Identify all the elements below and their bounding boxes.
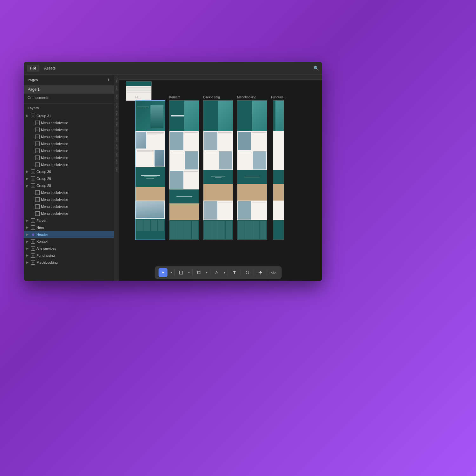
layer-label: Menu beskrivelse (41, 198, 111, 202)
svg-point-8 (260, 272, 261, 273)
layer-group-28[interactable]: ▶ □ Group 28 (24, 182, 114, 189)
svg-rect-0 (180, 271, 183, 274)
pen-tool[interactable] (212, 268, 221, 277)
layer-label: Menu beskrivelse (41, 142, 111, 146)
top-bar: File Assets 🔍 (24, 62, 322, 75)
layer-menu-8[interactable]: □ Menu beskrivelse (24, 189, 114, 196)
expand-arrow: ▶ (26, 261, 30, 264)
bottom-toolbar: ▼ ▼ ▼ (155, 266, 282, 279)
frame-label-5: Fundrais... (271, 96, 286, 99)
svg-point-7 (246, 271, 249, 274)
layer-menu-9[interactable]: □ Menu beskrivelse (24, 196, 114, 203)
frame-wrapper-5: Fundrais... (271, 96, 286, 240)
tab-assets[interactable]: Assets (41, 65, 59, 72)
layer-label: Group 29 (36, 177, 111, 181)
main-content: Pages + Page 1 Components Layers ▶ □ Gro… (24, 75, 322, 281)
ruler-mark: 2000 (116, 129, 118, 135)
layer-label: Menu beskrivelse (41, 135, 111, 139)
svg-point-10 (261, 272, 262, 273)
frame-preview-4[interactable] (237, 100, 267, 240)
frame-label-1: Fr... (135, 96, 141, 99)
frame-inner-4 (237, 101, 267, 240)
code-tool[interactable]: </> (269, 268, 278, 277)
section-1 (136, 131, 165, 149)
grid-icon: ⊞ (31, 260, 35, 265)
layer-menu-4[interactable]: □ Menu beskrivelse (24, 140, 114, 147)
layer-fundraising[interactable]: ▶ ⊞ Fundraising (24, 252, 114, 259)
frame-preview-3[interactable] (203, 100, 233, 240)
components-tool[interactable] (256, 268, 265, 277)
layer-label: Fundraising (36, 254, 111, 257)
layers-header: Layers (24, 103, 114, 112)
layer-menu-10[interactable]: □ Menu beskrivelse (24, 203, 114, 210)
layer-menu-7[interactable]: □ Menu beskrivelse (24, 161, 114, 168)
layer-group-31[interactable]: ▶ □ Group 31 (24, 112, 114, 119)
tab-file[interactable]: File (27, 65, 39, 72)
group-icon: □ (31, 114, 35, 118)
group-icon: □ (31, 183, 35, 188)
layer-farver[interactable]: ▶ □ Farver (24, 217, 114, 224)
shape-tool[interactable] (195, 268, 203, 277)
layer-label: Menu beskrivelse (41, 121, 111, 125)
frame-label-3: Direkte salg (203, 96, 220, 99)
layer-menu-5[interactable]: □ Menu beskrivelse (24, 147, 114, 154)
layer-menu-2[interactable]: □ Menu beskrivelse (24, 126, 114, 133)
expand-arrow: ▶ (26, 240, 30, 243)
thumb-line (127, 87, 151, 88)
layer-menu-3[interactable]: □ Menu beskrivelse (24, 133, 114, 140)
select-tool[interactable] (158, 268, 167, 277)
layer-alle-services[interactable]: ▶ ⊞ Alle services (24, 245, 114, 252)
layer-header[interactable]: ▶ ⊕ Header (24, 231, 114, 238)
toolbar-separator-3 (210, 269, 210, 276)
frame-tool[interactable] (177, 268, 186, 277)
frame-preview-2[interactable] (169, 100, 199, 240)
layer-label: Mødebooking (36, 261, 111, 264)
ruler-mark: 4000 (116, 144, 118, 149)
svg-point-9 (259, 272, 260, 273)
canvas-content: Fr... ◀ (119, 80, 322, 268)
layer-menu-11[interactable]: □ Menu beskrivelse (24, 210, 114, 217)
thumb-line (127, 89, 151, 89)
shape-tool-arrow: ▼ (205, 271, 208, 274)
frame-preview-5[interactable] (273, 100, 284, 240)
component-icon: ⊕ (31, 232, 35, 237)
layer-label: Menu beskrivelse (41, 156, 111, 160)
expand-arrow: ▶ (26, 247, 30, 250)
frame-wrapper-4: Mødebooking (237, 96, 267, 240)
ruler-mark: -1000 (116, 110, 118, 116)
frame-inner-3 (203, 101, 233, 240)
components-page-item[interactable]: Components (24, 94, 114, 102)
layer-label: Menu beskrivelse (41, 205, 111, 208)
layer-hero[interactable]: ▶ □ Hero (24, 224, 114, 231)
layer-kontakt[interactable]: ▶ ⊞ Kontakt (24, 238, 114, 245)
ruler-left: -5000 -4000 -3000 -2000 -1000 0 1000 200… (114, 75, 119, 281)
layer-group-30[interactable]: ▶ □ Group 30 (24, 168, 114, 175)
frame-label-4: Mødebooking (237, 96, 256, 99)
canvas-area[interactable]: -5000 -4000 -3000 -2000 -1000 0 1000 200… (114, 75, 322, 281)
toolbar-separator-1 (175, 269, 175, 276)
frame-icon: □ (35, 211, 40, 216)
teal-section (136, 167, 165, 187)
frame-tool-arrow: ▼ (188, 271, 190, 274)
ruler-mark: 5000 (116, 152, 118, 157)
add-page-button[interactable]: + (107, 77, 110, 83)
layer-menu-1[interactable]: □ Menu beskrivelse (24, 119, 114, 126)
layer-modebooking[interactable]: ▶ ⊞ Mødebooking (24, 259, 114, 266)
page-1-item[interactable]: Page 1 (24, 85, 114, 94)
frame-inner-2 (169, 101, 199, 240)
text-tool[interactable]: T (230, 268, 239, 277)
frame-label-2: Karriere (169, 96, 181, 99)
layer-group-29[interactable]: ▶ □ Group 29 (24, 175, 114, 182)
svg-point-12 (260, 274, 261, 274)
frame-icon: □ (35, 142, 40, 146)
pen-tool-arrow: ▼ (223, 271, 226, 274)
frame-preview-1[interactable]: ◀ (135, 100, 165, 240)
group-icon: □ (31, 169, 35, 174)
layer-menu-6[interactable]: □ Menu beskrivelse (24, 154, 114, 161)
ellipse-tool[interactable] (243, 268, 252, 277)
ruler-mark: 6000 (116, 159, 118, 164)
search-icon[interactable]: 🔍 (314, 66, 319, 71)
frame-icon: □ (31, 218, 35, 223)
layer-label: Menu beskrivelse (41, 191, 111, 195)
frame-icon: □ (31, 225, 35, 230)
